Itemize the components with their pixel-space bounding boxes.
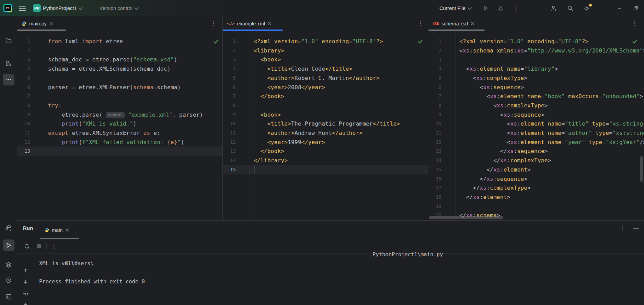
line-number[interactable]: 1	[17, 37, 30, 46]
line-number[interactable]: 6	[223, 83, 236, 92]
line-number[interactable]: 4	[428, 64, 441, 73]
run-button[interactable]	[482, 4, 490, 12]
editor-options-icon[interactable]: ⋮	[632, 21, 638, 27]
line-number[interactable]: 9	[17, 110, 30, 119]
minimize-window-icon[interactable]	[616, 4, 624, 12]
scroll-to-end-icon[interactable]	[22, 301, 29, 305]
line-number[interactable]: 11	[17, 128, 30, 138]
close-icon[interactable]: ✕	[470, 21, 475, 26]
close-icon[interactable]: ✕	[49, 21, 54, 26]
line-number[interactable]: 6	[428, 83, 441, 92]
line-number[interactable]: 2	[223, 46, 236, 55]
services-tool-icon[interactable]	[3, 259, 14, 271]
chevron-down-icon	[134, 5, 139, 10]
editor-options-icon[interactable]: ⋮	[417, 21, 423, 27]
code-line: 19	[428, 202, 644, 211]
run-console[interactable]: C:\Users\ , PythonProject1\main.py XML i…	[17, 253, 644, 305]
rerun-icon[interactable]	[23, 242, 31, 250]
line-number[interactable]: 5	[223, 73, 236, 83]
line-number[interactable]: 3	[17, 55, 30, 64]
line-number[interactable]: 20	[428, 211, 441, 220]
editor-options-icon[interactable]: ⋮	[210, 21, 216, 27]
main-menu-icon[interactable]	[19, 0, 26, 16]
close-icon[interactable]: ✕	[267, 21, 272, 26]
project-tool-icon[interactable]	[3, 35, 14, 47]
line-number[interactable]: 14	[428, 156, 441, 165]
more-tool-windows-icon[interactable]	[3, 74, 14, 85]
restore-window-icon[interactable]	[632, 4, 640, 12]
search-icon[interactable]	[566, 4, 574, 12]
line-number[interactable]: 18	[428, 192, 441, 202]
line-number[interactable]: 11	[428, 128, 441, 138]
run-tool-icon[interactable]	[3, 239, 14, 251]
run-tab-main[interactable]: main ✕	[40, 221, 73, 239]
python-console-tool-icon[interactable]	[3, 274, 14, 286]
line-number[interactable]: 19	[428, 202, 441, 211]
line-number[interactable]: 3	[223, 55, 236, 64]
line-number[interactable]: 10	[223, 119, 236, 128]
console-path-tail: PythonProject1\main.py	[372, 250, 443, 259]
debug-icon[interactable]	[496, 4, 505, 12]
python-packages-tool-icon[interactable]	[3, 222, 14, 234]
tab-example-xml[interactable]: </> example.xml ✕	[223, 16, 275, 31]
inspection-ok-icon[interactable]	[632, 38, 638, 45]
terminal-tool-icon[interactable]	[3, 291, 14, 303]
line-number[interactable]: 7	[428, 92, 441, 101]
run-configuration-selector[interactable]: Current File	[439, 0, 471, 16]
line-number[interactable]: 2	[428, 46, 441, 55]
line-number[interactable]: 12	[223, 138, 236, 147]
tab-main-py[interactable]: main.py ✕	[17, 16, 57, 31]
line-number[interactable]: 14	[223, 156, 236, 165]
line-number[interactable]: 9	[428, 110, 441, 119]
line-number[interactable]: 15	[223, 165, 236, 174]
line-number[interactable]: 3	[428, 55, 441, 64]
soft-wrap-icon[interactable]	[22, 290, 29, 297]
structure-tool-icon[interactable]	[3, 57, 14, 69]
tab-schema-xsd[interactable]: XSD schema.xsd ✕	[428, 16, 478, 31]
line-number[interactable]: 2	[17, 46, 30, 55]
line-number[interactable]: 4	[223, 64, 236, 73]
previous-occurrence-icon[interactable]	[22, 267, 29, 274]
console-path-separator: ,	[369, 250, 372, 259]
next-occurrence-icon[interactable]	[22, 278, 29, 285]
inspection-ok-icon[interactable]	[417, 38, 423, 45]
line-number[interactable]: 5	[17, 73, 30, 83]
line-number[interactable]: 8	[223, 101, 236, 110]
line-number[interactable]: 13	[428, 146, 441, 156]
line-number[interactable]: 8	[17, 101, 30, 110]
project-widget[interactable]: PP PythonProject1	[33, 0, 82, 16]
line-number[interactable]: 12	[17, 138, 30, 147]
line-number[interactable]: 17	[428, 183, 441, 192]
line-number[interactable]: 10	[428, 119, 441, 128]
stop-icon[interactable]	[35, 242, 43, 250]
more-actions-icon[interactable]: ⋮	[512, 4, 520, 12]
hide-tool-window-icon[interactable]: —	[633, 225, 639, 231]
code-editor-example-xml[interactable]: 1<?xml version="1.0" encoding="UTF-8"?>2…	[223, 31, 429, 220]
line-number[interactable]: 7	[17, 92, 30, 101]
inspection-ok-icon[interactable]	[213, 38, 219, 45]
line-number[interactable]: 13	[223, 146, 236, 156]
notification-dot	[589, 4, 592, 7]
line-number[interactable]: 13	[17, 146, 30, 156]
line-number[interactable]: 9	[223, 110, 236, 119]
close-icon[interactable]: ✕	[65, 227, 69, 233]
line-number[interactable]: 8	[428, 101, 441, 110]
line-number[interactable]: 1	[428, 37, 441, 46]
code-editor-schema-xsd[interactable]: 1<?xml version="1.0" encoding="UTF-8"?>2…	[428, 31, 644, 220]
line-number[interactable]: 6	[17, 83, 30, 92]
line-number[interactable]: 4	[17, 64, 30, 73]
line-number[interactable]: 11	[223, 128, 236, 138]
run-more-icon[interactable]: ⋮	[50, 242, 58, 250]
line-number[interactable]: 16	[428, 174, 441, 184]
code-editor-main-py[interactable]: 1from lxml import etree23schema_doc = et…	[17, 31, 222, 220]
line-number[interactable]: 5	[428, 73, 441, 83]
run-options-icon[interactable]: ⋮	[620, 226, 626, 232]
line-number[interactable]: 7	[223, 92, 236, 101]
line-number[interactable]: 10	[17, 119, 30, 128]
line-number[interactable]: 12	[428, 138, 441, 147]
add-user-icon[interactable]	[550, 4, 558, 12]
vcs-widget[interactable]: Version control	[100, 0, 138, 16]
line-number[interactable]: 15	[428, 165, 441, 174]
code-line: 12 <year>1999</year>	[223, 138, 429, 147]
line-number[interactable]: 1	[223, 37, 236, 46]
